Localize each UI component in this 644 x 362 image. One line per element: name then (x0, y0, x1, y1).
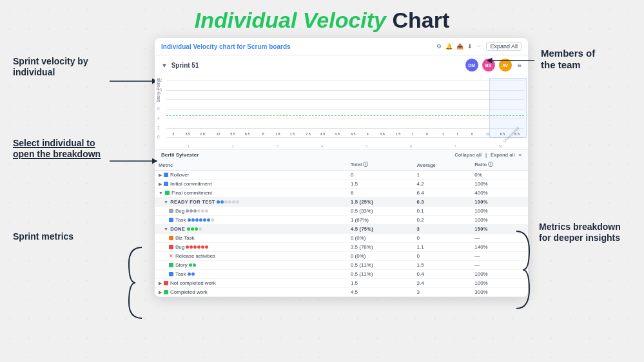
table-row-bug-done: Bug 3.5 (78%) 1.1 140% (155, 243, 528, 252)
table-row-task-done: Task 0.5 (11%) 0.4 100% (155, 270, 528, 279)
notification-icon[interactable]: 🔔 (445, 43, 453, 50)
share-icon[interactable]: 📤 (456, 43, 463, 50)
left-annotations: Sprint velocity by individual Select ind… (13, 38, 155, 297)
x-axis-labels: 1 2 3 4 5 6 7 51 (166, 144, 524, 148)
select-arrow (110, 155, 161, 167)
progress-done (187, 227, 202, 231)
avatar-1[interactable]: DM (465, 58, 479, 72)
metrics-table: Metric Total ⓘ Average Ratio ⓘ ▶Rollover… (155, 160, 528, 297)
col-metric: Metric (155, 160, 347, 171)
metrics-bracket (513, 228, 532, 312)
dot-bug-done (169, 245, 173, 249)
bars-container: 3 3.5 2.8 12 5.5 6.5 8 1.8 1.5 (166, 78, 524, 138)
table-row-notcomplete: ▶Not completed work 1.5 3.4 100% (155, 279, 528, 288)
title-individual: Individual Velocity (195, 8, 386, 32)
col-ratio: Ratio ⓘ (471, 160, 528, 171)
x-label-3: 3 (277, 144, 278, 148)
selected-person-row[interactable]: Bertil Sylvester Collapse all | Expand a… (155, 149, 528, 160)
download-icon[interactable]: ⬇ (467, 43, 473, 50)
x-label-2: 2 (232, 144, 234, 148)
table-row-story: Story 0.5 (11%) 1.5 — (155, 261, 528, 270)
x-label-5: 5 (366, 144, 367, 148)
selected-person-name: Bertil Sylvester (161, 152, 199, 158)
collapse-expand-btns: Collapse all | Expand all ≡ (454, 152, 522, 158)
col-average: Average (413, 160, 471, 171)
expand-icon-notcomplete[interactable]: ▶ (159, 281, 162, 285)
sprint-label-text: ▼ Sprint 51 (161, 62, 199, 69)
table-options-icon[interactable]: ≡ (519, 152, 522, 158)
progress-task-done (188, 272, 195, 276)
sprint-row: ▼ Sprint 51 DM BS AV ≡ (155, 55, 528, 75)
expand-all-btn2[interactable]: Expand all (491, 152, 515, 158)
table-row-ready: ▼READY FOR TEST 1.5 (25%) 0.3 100% (155, 198, 528, 207)
table-row-task-ready: Task 1 (67%) 0.2 100% (155, 216, 528, 225)
title-chart: Chart (386, 8, 449, 32)
right-annotations: Members of the team Metrics breakdown fo… (528, 38, 631, 297)
progress-story (189, 263, 196, 267)
cross-icon: ✕ (169, 253, 173, 259)
velocity-arrow (110, 71, 161, 91)
dot-initial (164, 182, 168, 186)
progress-bug-done (186, 245, 208, 249)
dot-final (165, 191, 170, 195)
collapse-all-btn[interactable]: Collapse all (454, 152, 482, 158)
bar-chart-area: Story Points 12 10 8 6 4 2 0 (155, 75, 528, 149)
dot-bug-ready (169, 209, 173, 213)
table-row-complete: ▶Completed work 4.5 3 300% (155, 288, 528, 297)
more-icon[interactable]: ⋯ (476, 43, 482, 50)
progress-bug-ready (186, 209, 208, 213)
dot-task-done (169, 272, 173, 276)
expand-icon-ready[interactable]: ▼ (164, 200, 168, 204)
table-row-initial: ▶Initial commitment 1.5 4.2 100% (155, 180, 528, 189)
sprint-annotation: Sprint metrics (13, 231, 139, 242)
select-annotation: Select individual to open the breakdown (13, 138, 139, 175)
chart-title-text: Individual Velocity chart for Scrum boar… (161, 43, 291, 50)
members-label: Members of the team (541, 48, 631, 71)
members-annotation: Members of the team (534, 48, 631, 71)
x-label-51: 51 (499, 144, 503, 148)
x-label-7: 7 (454, 144, 456, 148)
progress-ready (217, 200, 239, 204)
page-wrapper: Individual Velocity Chart Sprint velocit… (0, 0, 644, 362)
x-label-4: 4 (321, 144, 323, 148)
progress-task-ready (188, 218, 214, 222)
metrics-annotation: Metrics breakdown for deeper insights (531, 222, 631, 243)
col-total: Total ⓘ (347, 160, 413, 171)
table-row-biztask: Biz Task 0 (0%) 0 — (155, 234, 528, 243)
expand-all-button[interactable]: Expand All (486, 42, 522, 51)
table-header-row: Metric Total ⓘ Average Ratio ⓘ (155, 160, 528, 171)
dot-complete (164, 290, 168, 294)
velocity-annotation: Sprint velocity by individual (13, 56, 139, 100)
members-arrow (486, 54, 538, 67)
settings-icon[interactable]: ⚙ (436, 43, 442, 50)
dot-story (169, 263, 173, 267)
dot-rollover (164, 173, 168, 177)
x-label-1: 1 (188, 144, 190, 148)
table-row-rollover: ▶Rollover 0 1 0% (155, 171, 528, 180)
expand-icon-done[interactable]: ▼ (164, 227, 168, 231)
metrics-label: Metrics breakdown for deeper insights (539, 222, 631, 243)
dot-biztask (169, 236, 173, 240)
chart-header: Individual Velocity chart for Scrum boar… (155, 38, 528, 55)
expand-icon-rollover[interactable]: ▶ (159, 173, 162, 177)
expand-icon-complete[interactable]: ▶ (159, 290, 162, 294)
table-row-done: ▼DONE 4.5 (75%) 3 150% (155, 225, 528, 234)
table-row-release: ✕Release activities 0 (0%) 0 — (155, 252, 528, 261)
dot-task-ready (169, 218, 173, 222)
content-area: Sprint velocity by individual Select ind… (0, 38, 644, 297)
chart-header-icons: ⚙ 🔔 📤 ⬇ ⋯ Expand All (436, 42, 522, 51)
sprint-label: Sprint metrics (13, 231, 139, 242)
x-label-6: 6 (410, 144, 412, 148)
table-row-final: ▼Final commitment 6 6.4 400% (155, 189, 528, 198)
chart-panel: Individual Velocity chart for Scrum boar… (155, 38, 528, 297)
table-row-bug-ready: Bug 0.5 (33%) 0.1 100% (155, 207, 528, 216)
expand-icon-initial[interactable]: ▶ (159, 182, 162, 186)
dot-notcomplete (164, 281, 168, 285)
main-title: Individual Velocity Chart (0, 0, 644, 38)
sprint-bracket (126, 244, 145, 321)
expand-icon-final[interactable]: ▼ (159, 191, 163, 195)
